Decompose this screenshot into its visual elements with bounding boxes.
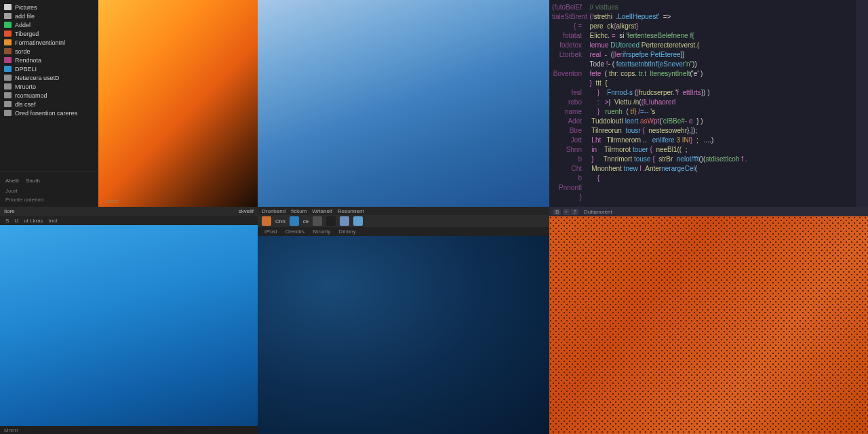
code-editor[interactable]: (futoBelEf tialeStBrent { = fotatat fode… (549, 0, 868, 207)
folder-icon (4, 110, 12, 116)
folder-icon (4, 4, 12, 10)
sidebar-item-label: DPBELI (15, 66, 37, 73)
sidebar-item-label: Mruorto (15, 83, 36, 90)
folder-icon (4, 75, 12, 81)
viewport-blue (0, 225, 258, 426)
status-text: Mnnrr (4, 427, 18, 433)
toolbar-icon-2[interactable] (313, 216, 322, 226)
sidebar-footer-a[interactable]: Abelit (5, 178, 19, 184)
menu-item-0[interactable]: S (4, 218, 10, 224)
sidebar-item-label: Rendnota (15, 57, 41, 64)
folder-icon (4, 39, 12, 45)
toolbar-icon-3[interactable] (326, 216, 336, 226)
title-seg-0[interactable]: Dronbend (262, 208, 285, 214)
toolbar-icon-1[interactable] (290, 216, 299, 226)
sidebar-item-3[interactable]: Tiberged (1, 29, 97, 38)
folder-icon (4, 48, 12, 54)
sidebar-item-label: Ored fonention careres (15, 110, 77, 117)
sidebar-item-label: Addel (15, 22, 31, 28)
terminal-bar: B + ? Duttanorent (549, 207, 868, 216)
sidebar-item-6[interactable]: Rendnota (1, 56, 97, 64)
terminal-btn-1[interactable]: + (563, 209, 570, 215)
title-right: skvelif (239, 208, 254, 214)
folder-icon (4, 57, 12, 63)
sidebar-item-2[interactable]: Addel (1, 20, 97, 29)
window-blue-desktop: Iiore skvelif SUut LkrasInct Mnnrr (0, 207, 258, 434)
sidebar-item-1[interactable]: add file (1, 12, 97, 20)
sidebar-item-label: Netarcera usetD (15, 75, 60, 81)
toolbar-icon-4[interactable] (340, 216, 349, 226)
toolbar-icon-0[interactable] (262, 216, 271, 226)
gradient-preview-orange: Jamet (98, 0, 258, 207)
sidebar-item-label: add file (15, 13, 35, 20)
sidebar-item-8[interactable]: Netarcera usetD (1, 73, 97, 82)
window-dark-blue: DronbendfickumWrtaneltResonnent Chnce rP… (258, 207, 549, 434)
terminal-btn-0[interactable]: B (553, 209, 561, 215)
sidebar-item-5[interactable]: sorde (1, 47, 97, 56)
folder-icon (4, 31, 12, 37)
sidebar-item-10[interactable]: rcomuamod (1, 91, 97, 100)
sidebar-item-label: FormatinventionInl (15, 39, 65, 46)
gradient-label: Jamet (104, 198, 119, 204)
submenu-item-1[interactable]: Orentirs (285, 229, 304, 235)
editor-content[interactable]: // visttues (!strethi .LoelIHepuest' => … (585, 0, 856, 207)
toolbar-icon-5[interactable] (353, 216, 363, 226)
sidebar-item-0[interactable]: Pictures (1, 3, 97, 12)
menu-item-2[interactable]: ut Lkras (22, 218, 44, 224)
folder-icon (4, 101, 12, 107)
window-titlebar-2[interactable]: DronbendfickumWrtaneltResonnent (258, 207, 549, 215)
window-titlebar[interactable]: Iiore skvelif (0, 207, 258, 216)
title-seg-3[interactable]: Resonnent (338, 208, 364, 214)
menu-item-3[interactable]: Inct (47, 218, 59, 224)
editor-side-strip (856, 0, 868, 207)
sidebar-item-4[interactable]: FormatinventionInl (1, 38, 97, 47)
sidebar-item-9[interactable]: Mruorto (1, 82, 97, 91)
gradient-preview-blue (258, 0, 549, 207)
sidebar-footer-b[interactable]: Snuth (26, 178, 40, 184)
sidebar-item-12[interactable]: Ored fonention careres (1, 108, 97, 117)
texture-orange-noise (549, 216, 868, 434)
submenu-item-2[interactable]: Nrronty (313, 229, 330, 235)
folder-icon (4, 92, 12, 98)
terminal-btn-2[interactable]: ? (571, 209, 578, 215)
submenu-item-3[interactable]: Drimny (338, 229, 355, 235)
file-sidebar: Picturesadd fileAddelTibergedFormatinven… (0, 0, 98, 207)
sidebar-item-label: rcomuamod (15, 92, 47, 99)
title-seg-2[interactable]: Wrtanelt (312, 208, 332, 214)
toolbar-label-1: ce (303, 218, 309, 224)
viewport-darkblue (258, 236, 549, 434)
menu-item-1[interactable]: U (13, 218, 20, 224)
sidebar-item-7[interactable]: DPBELI (1, 64, 97, 73)
sidebar-item-label: dls csef (15, 101, 36, 108)
terminal-label: Duttanorent (584, 209, 612, 215)
sidebar-item-label: Pictures (15, 4, 37, 11)
sidebar-item-label: Tiberged (15, 31, 39, 37)
toolbar: Chnce (258, 215, 549, 227)
folder-icon (4, 83, 12, 90)
title-seg-1[interactable]: fickum (291, 208, 307, 214)
sidebar-item-11[interactable]: dls csef (1, 100, 97, 108)
folder-icon (4, 13, 12, 19)
editor-gutter: (futoBelEf tialeStBrent { = fotatat fode… (549, 0, 585, 207)
sidebar-footer-d: Prionte onterimI (5, 197, 43, 203)
submenu-item-0[interactable]: rPost (264, 229, 277, 235)
terminal-panel: B + ? Duttanorent (549, 207, 868, 434)
toolbar-label-0: Chn (275, 218, 285, 224)
title-left: Iiore (4, 208, 15, 214)
folder-icon (4, 22, 12, 28)
file-sidebar-panel: Picturesadd fileAddelTibergedFormatinven… (0, 0, 258, 207)
folder-icon (4, 66, 12, 72)
window-menu: SUut LkrasInct (0, 216, 258, 225)
sidebar-item-label: sorde (15, 48, 31, 55)
sub-menu: rPostOrentirsNrrontyDrimny (258, 227, 549, 236)
sidebar-footer-c: Jourt (5, 188, 18, 194)
